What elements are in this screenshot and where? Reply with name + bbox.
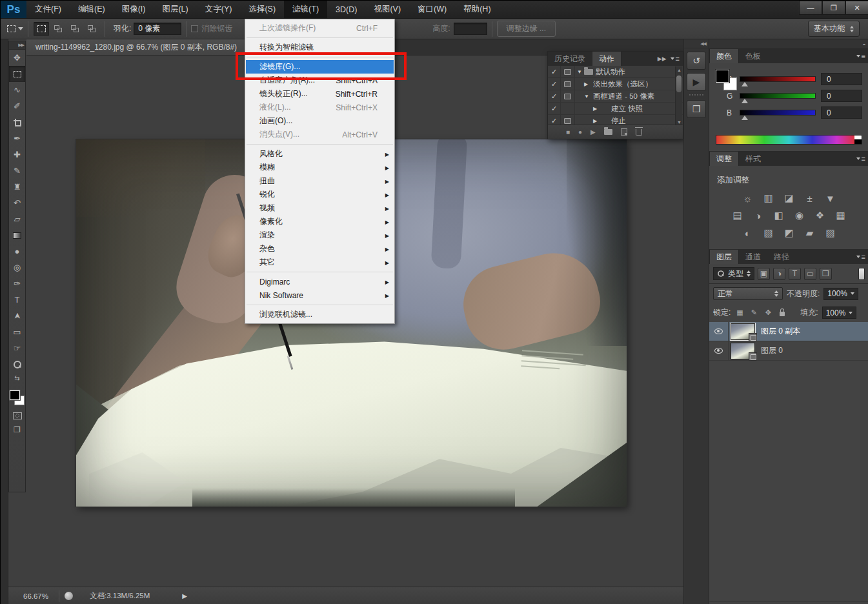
play-selection-button[interactable]: ▶: [590, 128, 596, 136]
menu-item-stylize[interactable]: 风格化 ▶: [245, 147, 394, 161]
quick-mask-button[interactable]: [9, 408, 25, 423]
green-value-field[interactable]: 0: [821, 90, 862, 102]
filter-shape-button[interactable]: ▭: [804, 268, 816, 280]
panel-menu-icon[interactable]: ≡: [856, 254, 865, 259]
menu-item-noise[interactable]: 杂色 ▶: [245, 242, 394, 256]
exposure-button[interactable]: ±: [802, 192, 818, 205]
selection-mode-add-button[interactable]: [50, 22, 66, 36]
menu-item-nik-software[interactable]: Nik Software ▶: [245, 288, 394, 302]
color-spectrum-bar[interactable]: [716, 135, 862, 145]
invert-button[interactable]: ◐: [740, 226, 756, 239]
close-button[interactable]: ✕: [845, 1, 868, 15]
tab-paths[interactable]: 路径: [767, 250, 796, 264]
history-panel-button[interactable]: ↺: [687, 52, 706, 70]
menu-item-distort[interactable]: 扭曲 ▶: [245, 174, 394, 188]
menu-edit[interactable]: 编辑(E): [70, 1, 114, 18]
tab-color[interactable]: 颜色: [709, 49, 739, 63]
selective-color-button[interactable]: ▰: [802, 226, 818, 239]
gradient-map-button[interactable]: ▨: [822, 226, 838, 239]
posterize-button[interactable]: ▧: [760, 226, 776, 239]
action-dialog-toggle[interactable]: [561, 66, 575, 77]
selection-mode-new-button[interactable]: [34, 22, 49, 36]
action-dialog-toggle[interactable]: [561, 90, 575, 102]
red-slider[interactable]: [740, 76, 816, 82]
selection-mode-intersect-button[interactable]: [84, 22, 99, 36]
visibility-toggle[interactable]: [709, 322, 729, 341]
menu-select[interactable]: 选择(S): [240, 1, 284, 18]
red-value-field[interactable]: 0: [821, 73, 862, 85]
menu-file[interactable]: 文件(F): [26, 1, 70, 18]
tab-swatches[interactable]: 色板: [739, 49, 767, 63]
menu-item-other[interactable]: 其它 ▶: [245, 256, 394, 269]
panel-menu-icon[interactable]: ≡: [856, 54, 865, 59]
action-row[interactable]: ✓ ▶ 淡出效果（选区）: [548, 78, 683, 90]
tab-history[interactable]: 历史记录: [548, 52, 592, 66]
path-selection-tool[interactable]: ➤: [9, 308, 25, 324]
refine-edge-button[interactable]: 调整边缘 ...: [497, 21, 556, 37]
history-brush-tool[interactable]: ↶: [9, 195, 25, 211]
shape-tool[interactable]: ▭: [9, 324, 25, 340]
hand-tool[interactable]: ☞: [9, 340, 25, 356]
toolbar-collapse-handle[interactable]: ▶▶: [9, 41, 25, 50]
rectangular-marquee-tool[interactable]: [9, 66, 25, 82]
menu-item-oil-paint[interactable]: 油画(O)...: [245, 114, 394, 128]
swap-colors-button[interactable]: ⇆: [9, 372, 25, 383]
screen-mode-button[interactable]: ❐: [9, 423, 25, 437]
eyedropper-tool[interactable]: ✒: [9, 130, 25, 146]
delete-button[interactable]: [636, 129, 642, 136]
blur-tool[interactable]: ●: [9, 243, 25, 259]
slider-thumb[interactable]: [742, 99, 748, 103]
layer-name[interactable]: 图层 0 副本: [761, 326, 800, 337]
menu-item-lens-correction[interactable]: 镜头校正(R)... Shift+Ctrl+R: [245, 87, 394, 101]
menu-item-pixelate[interactable]: 像素化 ▶: [245, 215, 394, 228]
channel-mixer-button[interactable]: ❖: [812, 209, 828, 222]
document-tab[interactable]: writing-1149962_1280.jpg @ 66.7% (图层 0 副…: [26, 39, 247, 55]
scrollbar-thumb[interactable]: [676, 76, 681, 92]
caret-down-icon[interactable]: ▼: [575, 69, 584, 75]
type-tool[interactable]: T: [9, 292, 25, 308]
action-check-icon[interactable]: ✓: [548, 66, 561, 77]
layer-name[interactable]: 图层 0: [761, 345, 783, 356]
action-dialog-toggle[interactable]: [561, 78, 575, 90]
workspace-switcher[interactable]: 基本功能: [808, 21, 860, 37]
action-row[interactable]: ✓ ▼ 默认动作: [548, 66, 683, 78]
green-slider[interactable]: [740, 93, 816, 99]
curves-button[interactable]: ◪: [781, 192, 797, 205]
slider-thumb[interactable]: [742, 116, 748, 120]
move-tool[interactable]: ✥: [9, 50, 25, 66]
begin-recording-button[interactable]: ●: [578, 128, 582, 136]
menu-item-browse-filters-online[interactable]: 浏览联机滤镜...: [245, 308, 394, 321]
tab-adjustments[interactable]: 调整: [709, 152, 739, 166]
levels-button[interactable]: ▥: [760, 192, 776, 205]
tab-styles[interactable]: 样式: [739, 152, 767, 166]
dock-collapse-handle[interactable]: ◀◀: [684, 39, 709, 48]
foreground-color-swatch[interactable]: [716, 70, 729, 83]
lock-pixels-button[interactable]: ✎: [749, 308, 759, 318]
lasso-tool[interactable]: ∿: [9, 82, 25, 98]
hue-saturation-button[interactable]: ▤: [729, 209, 745, 222]
panel-expand-icon[interactable]: ▶▶: [658, 55, 667, 62]
action-check-icon[interactable]: ✓: [548, 90, 561, 102]
menu-layer[interactable]: 图层(L): [154, 1, 196, 18]
menu-3d[interactable]: 3D(D): [327, 1, 365, 18]
zoom-tool[interactable]: [9, 356, 25, 372]
gradient-tool[interactable]: [9, 227, 25, 243]
action-dialog-toggle[interactable]: [561, 103, 575, 114]
menu-item-video[interactable]: 视频 ▶: [245, 201, 394, 215]
tab-layers[interactable]: 图层: [709, 250, 739, 264]
menu-view[interactable]: 视图(V): [365, 1, 409, 18]
dodge-tool[interactable]: ◎: [9, 259, 25, 276]
foreground-color-swatch[interactable]: [10, 390, 20, 400]
vibrance-button[interactable]: ▼: [822, 192, 838, 205]
menu-item-render[interactable]: 渲染 ▶: [245, 228, 394, 242]
layer-row-copy[interactable]: 图层 0 副本: [709, 322, 868, 341]
color-lookup-button[interactable]: ▦: [833, 209, 849, 222]
maximize-button[interactable]: ❐: [822, 1, 845, 15]
menu-item-blur[interactable]: 模糊 ▶: [245, 161, 394, 174]
action-check-icon[interactable]: ✓: [548, 78, 561, 90]
pen-tool[interactable]: ✑: [9, 276, 25, 292]
photo-filter-button[interactable]: ◉: [791, 209, 807, 222]
zoom-level-field[interactable]: 66.67%: [8, 592, 54, 600]
action-row[interactable]: ✓ ▶ 建立 快照: [548, 103, 683, 115]
layer-thumbnail[interactable]: [729, 341, 757, 361]
